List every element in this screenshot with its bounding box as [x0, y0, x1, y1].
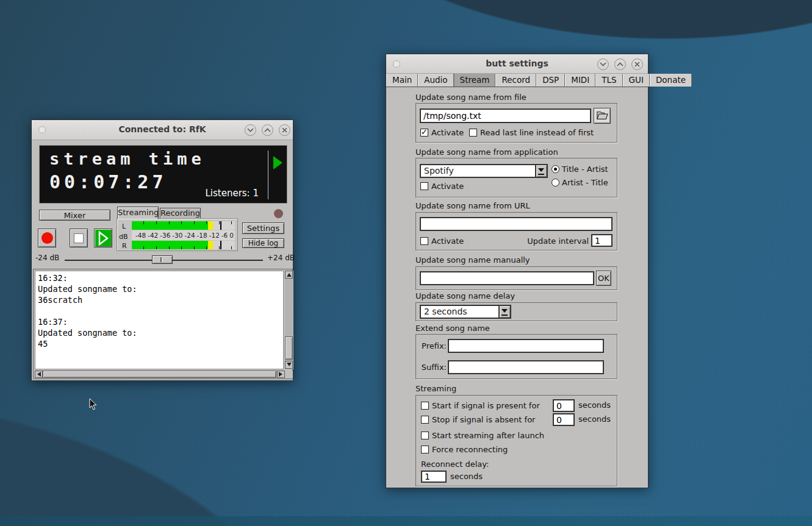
file-activate-checkbox[interactable] [420, 129, 428, 137]
file-activate-label: Activate [431, 128, 464, 137]
vertical-scroll-thumb[interactable] [285, 336, 293, 360]
artist-title-label: Artist - Title [562, 178, 608, 187]
gain-slider-handle[interactable] [152, 255, 173, 264]
dropdown-arrow-icon[interactable] [535, 165, 547, 177]
scroll-right-button[interactable] [277, 371, 285, 378]
chevron-up-icon [264, 128, 271, 132]
reconnect-delay-input[interactable] [421, 471, 447, 483]
delay-group-label: Update song name delay [415, 291, 515, 300]
tab-dsp[interactable]: DSP [536, 74, 565, 87]
start-if-signal-label: Start if signal is present for [432, 401, 540, 410]
butt-settings-window: butt settings Main Audio Stream Record D… [386, 54, 649, 488]
scroll-left-button[interactable] [35, 371, 43, 378]
record-button[interactable] [38, 229, 56, 247]
song-url-input[interactable] [420, 217, 613, 231]
desktop: Connected to: RfK stream time 00:07:27 L… [0, 0, 812, 526]
tab-stream[interactable]: Stream [454, 74, 496, 87]
artist-title-radio[interactable] [552, 179, 559, 187]
tab-record[interactable]: Record [495, 74, 536, 87]
app-select-dropdown[interactable]: Spotify [420, 164, 548, 178]
arrow-up-icon [287, 271, 292, 277]
mouse-cursor [89, 398, 98, 411]
song-file-path-input[interactable] [420, 108, 591, 123]
extend-group-label: Extend song name [415, 324, 490, 333]
log-line: 45 [38, 338, 281, 349]
stop-button[interactable] [70, 229, 88, 247]
tab-audio[interactable]: Audio [418, 74, 453, 87]
butt-main-window: Connected to: RfK stream time 00:07:27 L… [31, 119, 293, 381]
manual-ok-button[interactable]: OK [596, 271, 611, 286]
chevron-up-icon [617, 62, 623, 66]
scroll-up-button[interactable] [285, 271, 293, 279]
read-last-line-checkbox[interactable] [469, 129, 477, 137]
lcd-separator [268, 151, 268, 199]
title-artist-label: Title - Artist [562, 165, 608, 174]
app-group-label: Update song name from application [415, 147, 558, 157]
play-button[interactable] [94, 229, 112, 247]
record-icon [41, 232, 53, 244]
tab-gui[interactable]: GUI [623, 74, 650, 87]
tab-tls[interactable]: TLS [595, 74, 622, 87]
maximize-button[interactable] [614, 59, 626, 70]
close-icon [634, 62, 640, 67]
recording-idle-icon [274, 209, 283, 218]
start-after-launch-checkbox[interactable] [421, 432, 429, 439]
url-group-label: Update song name from URL [415, 201, 530, 210]
start-if-signal-checkbox[interactable] [421, 402, 429, 410]
log-line [38, 305, 281, 316]
gain-max-label: +24 dB [267, 254, 295, 262]
suffix-label: Suffix: [420, 363, 447, 372]
tab-main[interactable]: Main [386, 74, 418, 87]
tab-midi[interactable]: MIDI [565, 74, 595, 87]
chevron-down-icon [247, 128, 254, 132]
seconds-unit-label: seconds [578, 400, 611, 410]
streaming-group-label: Streaming [415, 384, 456, 393]
manual-song-input[interactable] [420, 271, 594, 285]
lcd-display: stream time 00:07:27 Listeners: 1 [39, 145, 287, 204]
start-after-launch-label: Start streaming after launch [432, 431, 544, 440]
dropdown-arrow-icon[interactable] [498, 306, 510, 318]
log-text-area[interactable]: 16:32: Updated songname to: 36scratch 16… [35, 271, 284, 369]
horizontal-scroll-thumb[interactable] [43, 371, 276, 378]
gain-slider-track[interactable] [65, 260, 263, 261]
main-titlebar[interactable]: Connected to: RfK [32, 120, 293, 140]
suffix-input[interactable] [448, 360, 604, 374]
vertical-scrollbar[interactable] [285, 271, 293, 369]
close-button[interactable] [279, 124, 290, 136]
stop-signal-seconds-input[interactable] [553, 413, 575, 426]
tab-recording[interactable]: Recording [160, 208, 201, 219]
prefix-input[interactable] [448, 339, 604, 353]
tab-donate[interactable]: Donate [650, 74, 692, 87]
file-group-label: Update song name from file [415, 93, 526, 102]
tab-streaming[interactable]: Streaming [117, 207, 159, 219]
title-artist-radio[interactable] [552, 165, 559, 173]
stop-if-absent-checkbox[interactable] [421, 416, 429, 424]
url-activate-checkbox[interactable] [420, 237, 428, 245]
settings-button[interactable]: Settings [242, 222, 284, 234]
log-line: 16:32: [38, 272, 281, 283]
close-button[interactable] [631, 59, 643, 70]
update-interval-input[interactable] [591, 234, 613, 247]
level-meter: L dB -48 -42 -36 -30 -24 -18 -12 -6 0 R [117, 218, 238, 251]
chevron-down-icon [600, 62, 606, 66]
meter-bar-left [132, 221, 235, 230]
url-activate-label: Activate [431, 236, 464, 246]
mixer-button[interactable]: Mixer [39, 210, 110, 221]
delay-select-dropdown[interactable]: 2 seconds [420, 305, 511, 319]
meter-db-label: dB [119, 233, 128, 241]
hide-log-button[interactable]: Hide log [242, 238, 284, 248]
start-signal-seconds-input[interactable] [553, 399, 575, 412]
app-activate-checkbox[interactable] [420, 182, 428, 190]
force-reconnecting-checkbox[interactable] [421, 446, 429, 453]
browse-file-button[interactable] [594, 108, 611, 124]
arrow-down-icon [287, 363, 292, 369]
minimize-button[interactable] [597, 59, 609, 70]
log-line: 16:37: [38, 316, 281, 327]
scroll-down-button[interactable] [285, 361, 293, 369]
update-interval-label: Update interval [508, 236, 589, 246]
folder-open-icon [595, 110, 609, 121]
minimize-button[interactable] [245, 124, 256, 136]
settings-titlebar[interactable]: butt settings [386, 54, 648, 74]
maximize-button[interactable] [262, 124, 273, 136]
horizontal-scrollbar[interactable] [35, 371, 285, 379]
